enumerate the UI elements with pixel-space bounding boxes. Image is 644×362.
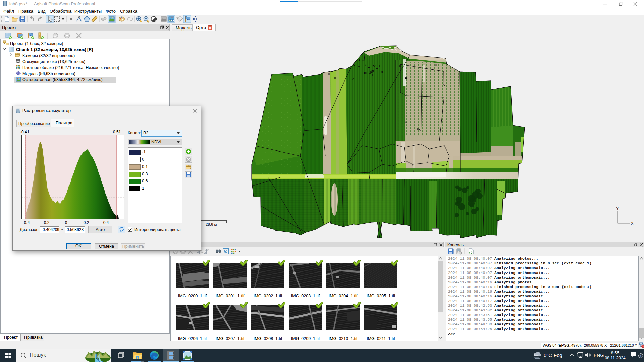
svg-text:Y: Y [616,207,619,210]
svg-text:X: X [631,221,634,225]
